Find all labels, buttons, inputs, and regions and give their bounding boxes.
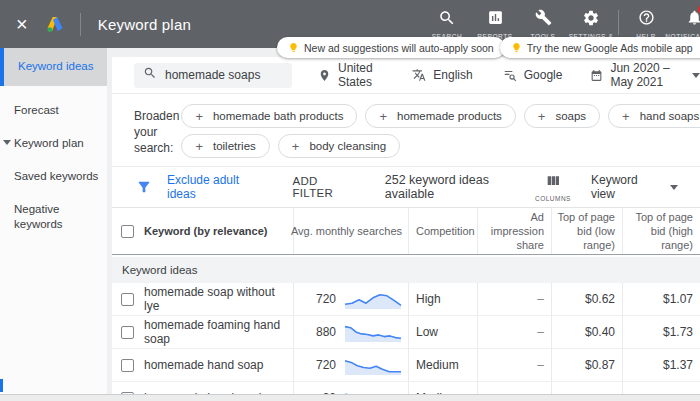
page-title: Keyword plan — [98, 16, 191, 33]
keyword-view-selector[interactable]: Keyword view — [591, 173, 678, 201]
chevron-down-icon — [3, 140, 11, 145]
language-label: English — [433, 68, 472, 82]
searches-cell: 720 — [293, 349, 408, 381]
sidebar-item-label: Keyword plan — [14, 137, 84, 149]
broaden-chip[interactable]: +soaps — [524, 104, 600, 128]
column-header[interactable]: Keyword (by relevance) — [142, 208, 293, 254]
bid-high-value: $1.73 — [663, 325, 693, 339]
chips-row: +toiletries+body cleansing — [181, 134, 700, 158]
broaden-chip[interactable]: +toiletries — [181, 134, 269, 158]
ad-impression-share-cell: – — [477, 349, 551, 381]
trend-sparkline — [344, 354, 402, 376]
broaden-search-label: Broaden your search: — [134, 104, 179, 158]
chip-label: body cleansing — [309, 140, 386, 152]
keyword-cell: homemade hand soap — [142, 349, 293, 381]
column-header[interactable]: Competition — [408, 208, 477, 254]
row-checkbox[interactable] — [121, 326, 134, 339]
network-target[interactable]: Google — [503, 68, 563, 82]
columns-label: COLUMNS — [535, 195, 571, 202]
broaden-chip[interactable]: +homemade bath products — [181, 104, 357, 128]
location-label: United States — [338, 61, 379, 89]
tools-icon — [535, 8, 552, 27]
search-icon — [143, 66, 157, 84]
bid-high-value: $1.07 — [663, 292, 693, 306]
bottom-scroll-band[interactable] — [0, 394, 700, 401]
table-row: homemade foaming hand soap880Low–$0.40$1… — [112, 316, 700, 349]
exclude-adult-ideas-filter[interactable]: Exclude adult ideas — [167, 173, 267, 201]
column-header-label: Top of page bid (high range) — [623, 210, 693, 253]
keyword-search-box[interactable] — [134, 63, 292, 88]
topbar-divider — [80, 13, 81, 36]
toast-pill: New ad suggestions will auto-apply soon — [277, 37, 505, 58]
column-header-label: Competition — [416, 224, 475, 238]
toast-pill: Try the new Google Ads mobile app× — [500, 37, 700, 58]
sidebar-item-negative-keywords[interactable]: Negative keywords — [0, 193, 107, 241]
close-icon[interactable]: × — [16, 14, 28, 34]
plus-icon: + — [538, 109, 546, 124]
row-checkbox[interactable] — [121, 359, 134, 372]
sidebar-item-keyword-plan[interactable]: Keyword plan — [0, 127, 107, 160]
plus-icon: + — [195, 109, 203, 124]
chevron-down-icon — [670, 185, 678, 190]
chevron-down-icon — [692, 73, 700, 78]
filter-row: Exclude adult ideas ADD FILTER 252 keywo… — [112, 167, 700, 208]
columns-icon — [545, 173, 561, 193]
sidebar-item-label: Negative keywords — [14, 203, 63, 230]
location-target[interactable]: United States — [318, 61, 379, 89]
date-range-target[interactable]: Jun 2020 – May 2021 — [590, 61, 700, 89]
reports-icon — [487, 8, 504, 27]
sidebar-item-label: Forecast — [14, 104, 59, 116]
search-row: United States English Google Jun 2020 – … — [112, 57, 700, 94]
row-checkbox-cell — [112, 283, 142, 315]
searches-cell: 720 — [293, 283, 408, 315]
search-network-icon — [503, 68, 517, 82]
column-header[interactable]: Ad impression share — [477, 208, 551, 254]
sidebar-item-forecast[interactable]: Forecast — [0, 94, 107, 127]
search-input[interactable] — [165, 68, 283, 82]
broaden-chip[interactable]: +homemade products — [365, 104, 515, 128]
calendar-icon — [590, 69, 603, 82]
row-checkbox-cell — [112, 349, 142, 381]
broaden-chip[interactable]: +body cleansing — [278, 134, 400, 158]
sidebar-item-saved-keywords[interactable]: Saved keywords — [0, 160, 107, 193]
searches-cell: 880 — [293, 316, 408, 348]
location-pin-icon — [318, 69, 331, 82]
sidebar-item-keyword-ideas[interactable]: Keyword ideas — [0, 48, 107, 86]
select-all-checkbox[interactable] — [121, 225, 134, 238]
bid-high-cell: $1.37 — [622, 349, 700, 381]
toast-text: Try the new Google Ads mobile app — [527, 42, 693, 54]
table-section-row: Keyword ideas — [112, 257, 700, 283]
ad-impression-share-value: – — [537, 358, 544, 372]
sidebar: Keyword ideasForecastKeyword planSaved k… — [0, 48, 107, 401]
plus-icon: + — [195, 139, 203, 154]
keyword-cell: homemade foaming hand soap — [142, 316, 293, 348]
competition-value: High — [416, 292, 441, 306]
language-target[interactable]: English — [412, 68, 472, 82]
left-edge-marker — [0, 379, 3, 392]
column-header-label: Avg. monthly searches — [291, 224, 402, 238]
column-header-label: Keyword (by relevance) — [144, 224, 268, 238]
table-header: Keyword (by relevance)Avg. monthly searc… — [112, 208, 700, 255]
google-ads-logo-icon — [45, 14, 65, 34]
network-label: Google — [524, 68, 563, 82]
ad-impression-share-cell: – — [477, 283, 551, 315]
row-checkbox-cell — [112, 316, 142, 348]
add-filter-button[interactable]: ADD FILTER — [293, 175, 359, 199]
date-range-label: Jun 2020 – May 2021 — [610, 61, 671, 89]
bid-low-cell: $0.62 — [551, 283, 622, 315]
chips-row: +homemade bath products+homemade product… — [181, 104, 700, 128]
bid-low-cell: $0.40 — [551, 316, 622, 348]
broaden-chip[interactable]: +hand soaps — [608, 104, 700, 128]
main-panel: United States English Google Jun 2020 – … — [112, 57, 700, 401]
filter-icon[interactable] — [136, 179, 152, 195]
translate-icon — [412, 68, 426, 82]
column-header[interactable]: Top of page bid (low range) — [551, 208, 622, 254]
competition-cell: Medium — [408, 349, 477, 381]
columns-button[interactable]: COLUMNS — [535, 173, 571, 202]
sidebar-item-label: Saved keywords — [14, 170, 98, 182]
column-header[interactable]: Top of page bid (high range) — [622, 208, 700, 254]
row-checkbox[interactable] — [121, 293, 134, 306]
settings-icon — [582, 8, 600, 27]
column-header[interactable]: Avg. monthly searches — [293, 208, 408, 254]
table-section-label: Keyword ideas — [122, 264, 197, 276]
